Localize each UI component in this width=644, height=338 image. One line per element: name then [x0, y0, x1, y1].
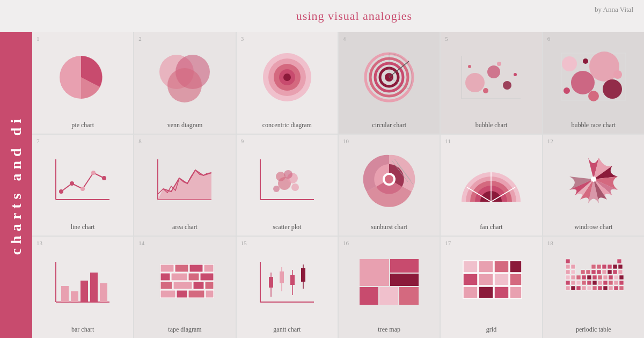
svg-point-52 [385, 175, 393, 183]
svg-rect-156 [582, 286, 586, 290]
svg-rect-123 [581, 270, 585, 274]
svg-rect-97 [379, 287, 398, 305]
grid-visual [441, 237, 541, 324]
venn-diagram-visual [134, 32, 235, 119]
svg-rect-64 [80, 281, 88, 302]
gantt-chart-visual [237, 237, 338, 324]
svg-rect-128 [608, 270, 612, 274]
svg-rect-149 [603, 281, 608, 285]
cell-label-4: circular chart [372, 121, 406, 129]
svg-rect-113 [566, 264, 570, 269]
svg-rect-130 [618, 270, 623, 274]
svg-rect-100 [479, 261, 493, 273]
svg-rect-135 [587, 275, 591, 280]
cell-label-11: fan chart [480, 223, 502, 231]
svg-point-31 [564, 87, 570, 94]
svg-rect-162 [614, 286, 618, 290]
svg-rect-106 [510, 274, 522, 285]
svg-rect-67 [160, 264, 174, 272]
svg-point-17 [465, 73, 485, 92]
cell-bubble-chart: 5 bubble chart [441, 32, 541, 134]
svg-rect-134 [582, 275, 586, 280]
svg-rect-105 [494, 274, 509, 285]
svg-rect-90 [290, 275, 295, 285]
svg-point-22 [514, 73, 517, 76]
cell-number-15: 15 [241, 240, 247, 246]
page-title: using visual analogies [75, 9, 633, 23]
tree-map-visual [339, 237, 440, 324]
cell-number-8: 8 [138, 138, 142, 144]
svg-point-36 [70, 181, 74, 186]
cell-tape-diagram: 14 tape diagram [134, 237, 235, 338]
svg-rect-116 [597, 264, 601, 269]
cell-number-14: 14 [138, 240, 144, 246]
svg-rect-110 [510, 286, 522, 298]
svg-rect-142 [566, 281, 570, 285]
svg-point-27 [603, 79, 622, 99]
header: using visual analogies by Anna Vital [0, 0, 644, 32]
svg-rect-124 [586, 270, 590, 274]
side-label-bar: charts and di [0, 32, 32, 338]
svg-rect-66 [100, 283, 107, 302]
concentric-diagram-visual [237, 32, 338, 119]
cell-pie-chart: 1 pie chart [32, 32, 133, 134]
svg-rect-62 [61, 286, 69, 302]
svg-rect-117 [602, 264, 606, 269]
svg-rect-161 [609, 286, 613, 290]
svg-rect-68 [175, 264, 188, 272]
svg-rect-79 [160, 290, 175, 298]
svg-point-28 [562, 56, 577, 71]
cell-label-18: periodic table [576, 326, 611, 334]
cell-periodic-table: 18 [543, 237, 644, 338]
line-chart-visual [32, 135, 133, 222]
cell-number-5: 5 [445, 35, 448, 42]
svg-rect-112 [617, 259, 621, 263]
svg-rect-147 [592, 281, 597, 285]
svg-rect-158 [592, 286, 597, 290]
cell-tree-map: 16 tree map [339, 237, 440, 338]
sunburst-chart-visual [339, 135, 440, 222]
cell-label-2: venn diagram [167, 121, 203, 129]
cell-area-chart: 8 area chart [134, 135, 235, 236]
cell-bubble-race-chart: 6 bubble race chart [543, 32, 644, 134]
author-label: by Anna Vital [595, 5, 633, 14]
svg-rect-160 [603, 286, 608, 290]
cell-label-1: pie chart [71, 121, 94, 129]
svg-rect-71 [160, 273, 170, 281]
svg-point-38 [91, 171, 96, 175]
svg-rect-151 [614, 281, 618, 285]
svg-rect-75 [160, 282, 172, 289]
svg-rect-148 [598, 281, 602, 285]
cell-number-18: 18 [547, 240, 553, 246]
svg-rect-98 [399, 287, 419, 305]
svg-rect-126 [597, 270, 601, 274]
svg-rect-81 [188, 290, 204, 298]
cell-label-3: concentric diagram [262, 121, 312, 129]
cell-concentric-diagram: 3 concentric diagram [237, 32, 338, 134]
svg-rect-139 [609, 275, 613, 280]
cell-number-6: 6 [547, 35, 551, 42]
svg-rect-95 [390, 274, 419, 286]
bar-chart-visual [32, 237, 133, 324]
svg-rect-103 [463, 274, 478, 285]
svg-rect-74 [200, 273, 214, 281]
svg-rect-132 [571, 275, 575, 280]
cell-number-16: 16 [343, 240, 349, 246]
svg-rect-144 [576, 281, 581, 285]
circular-chart-visual [339, 32, 440, 119]
cell-number-10: 10 [343, 138, 349, 144]
svg-rect-70 [204, 264, 214, 272]
svg-rect-111 [566, 259, 570, 263]
cell-label-14: tape diagram [168, 326, 201, 334]
svg-rect-157 [587, 286, 591, 290]
svg-point-35 [59, 189, 63, 194]
svg-point-19 [503, 81, 511, 90]
cell-number-7: 7 [36, 138, 40, 144]
svg-rect-77 [193, 282, 204, 289]
cell-label-7: line chart [71, 223, 95, 231]
tape-diagram-visual [134, 237, 235, 324]
svg-rect-122 [571, 270, 575, 274]
svg-rect-69 [189, 264, 203, 272]
cell-label-5: bubble chart [475, 121, 508, 129]
svg-marker-42 [158, 170, 211, 200]
